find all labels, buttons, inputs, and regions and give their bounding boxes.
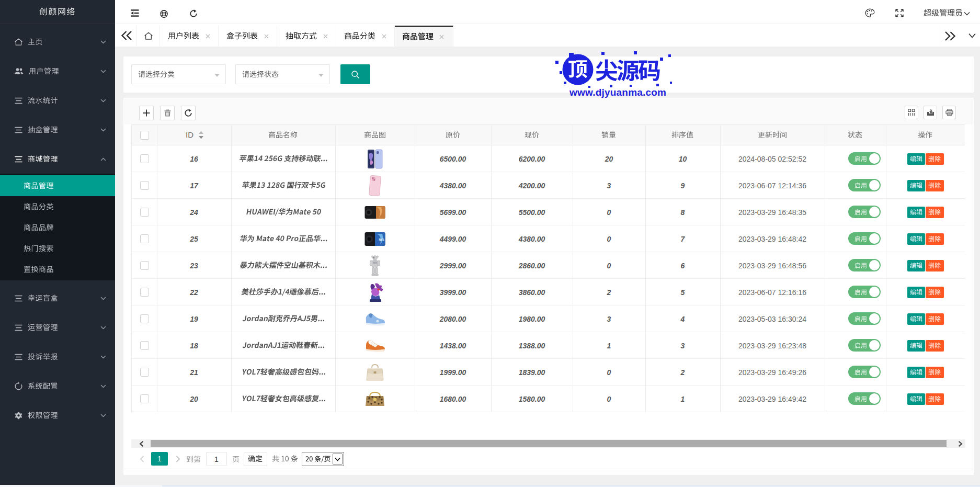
svg-text:5G: 5G bbox=[379, 237, 384, 242]
